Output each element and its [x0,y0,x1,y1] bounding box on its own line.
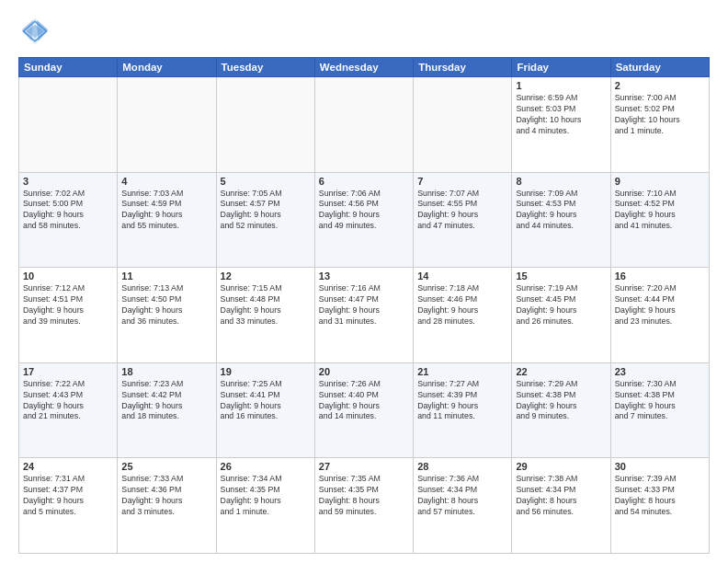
day-info: Sunrise: 7:34 AM Sunset: 4:35 PM Dayligh… [221,474,311,518]
day-number: 24 [23,461,113,472]
day-info: Sunrise: 7:19 AM Sunset: 4:45 PM Dayligh… [516,283,606,327]
day-number: 11 [121,270,211,282]
calendar-cell [19,77,118,173]
calendar-cell: 24Sunrise: 7:31 AM Sunset: 4:37 PM Dayli… [19,458,118,554]
day-number: 17 [23,366,113,377]
weekday-header-row: SundayMondayTuesdayWednesdayThursdayFrid… [19,58,710,77]
calendar-cell [414,77,512,173]
calendar-cell: 14Sunrise: 7:18 AM Sunset: 4:46 PM Dayli… [414,268,512,363]
calendar-cell [216,77,314,173]
day-info: Sunrise: 7:30 AM Sunset: 4:38 PM Dayligh… [615,379,705,423]
logo-icon [18,15,51,48]
day-info: Sunrise: 7:20 AM Sunset: 4:44 PM Dayligh… [615,283,705,327]
day-info: Sunrise: 7:07 AM Sunset: 4:55 PM Dayligh… [417,189,507,233]
day-info: Sunrise: 7:02 AM Sunset: 5:00 PM Dayligh… [23,189,113,233]
weekday-header-sunday: Sunday [19,58,118,77]
calendar-cell [118,77,216,173]
day-number: 26 [221,461,311,472]
day-number: 1 [516,80,606,91]
day-info: Sunrise: 7:15 AM Sunset: 4:48 PM Dayligh… [221,283,311,327]
day-number: 21 [417,366,507,377]
calendar-cell: 21Sunrise: 7:27 AM Sunset: 4:39 PM Dayli… [414,362,512,458]
day-info: Sunrise: 6:59 AM Sunset: 5:03 PM Dayligh… [516,93,606,137]
weekday-header-tuesday: Tuesday [216,58,314,77]
calendar-cell: 16Sunrise: 7:20 AM Sunset: 4:44 PM Dayli… [610,268,709,363]
day-info: Sunrise: 7:35 AM Sunset: 4:35 PM Dayligh… [319,474,409,518]
day-number: 12 [221,270,311,282]
calendar-cell: 6Sunrise: 7:06 AM Sunset: 4:56 PM Daylig… [314,172,413,268]
day-number: 22 [516,366,606,377]
calendar-cell: 5Sunrise: 7:05 AM Sunset: 4:57 PM Daylig… [216,172,314,268]
day-number: 16 [615,270,705,282]
calendar-cell: 22Sunrise: 7:29 AM Sunset: 4:38 PM Dayli… [512,362,610,458]
day-info: Sunrise: 7:25 AM Sunset: 4:41 PM Dayligh… [221,379,311,423]
day-number: 8 [516,176,606,187]
day-number: 20 [319,366,409,377]
calendar-cell [314,77,413,173]
day-number: 2 [615,80,705,91]
day-info: Sunrise: 7:33 AM Sunset: 4:36 PM Dayligh… [121,474,211,518]
day-info: Sunrise: 7:23 AM Sunset: 4:42 PM Dayligh… [121,379,211,423]
day-number: 30 [615,461,705,472]
calendar-cell: 28Sunrise: 7:36 AM Sunset: 4:34 PM Dayli… [414,458,512,554]
day-info: Sunrise: 7:16 AM Sunset: 4:47 PM Dayligh… [319,283,409,327]
day-info: Sunrise: 7:31 AM Sunset: 4:37 PM Dayligh… [23,474,113,518]
week-row-4: 17Sunrise: 7:22 AM Sunset: 4:43 PM Dayli… [19,362,710,458]
calendar-cell: 4Sunrise: 7:03 AM Sunset: 4:59 PM Daylig… [118,172,216,268]
day-number: 4 [121,176,211,187]
day-info: Sunrise: 7:10 AM Sunset: 4:52 PM Dayligh… [615,189,705,233]
day-number: 7 [417,176,507,187]
header [18,15,710,48]
day-number: 15 [516,270,606,282]
calendar-cell: 3Sunrise: 7:02 AM Sunset: 5:00 PM Daylig… [19,172,118,268]
calendar-cell: 27Sunrise: 7:35 AM Sunset: 4:35 PM Dayli… [314,458,413,554]
day-info: Sunrise: 7:27 AM Sunset: 4:39 PM Dayligh… [417,379,507,423]
calendar-cell: 12Sunrise: 7:15 AM Sunset: 4:48 PM Dayli… [216,268,314,363]
day-number: 13 [319,270,409,282]
day-number: 18 [121,366,211,377]
day-info: Sunrise: 7:00 AM Sunset: 5:02 PM Dayligh… [615,93,705,137]
day-info: Sunrise: 7:12 AM Sunset: 4:51 PM Dayligh… [23,283,113,327]
week-row-3: 10Sunrise: 7:12 AM Sunset: 4:51 PM Dayli… [19,268,710,363]
calendar-cell: 15Sunrise: 7:19 AM Sunset: 4:45 PM Dayli… [512,268,610,363]
calendar-cell: 17Sunrise: 7:22 AM Sunset: 4:43 PM Dayli… [19,362,118,458]
weekday-header-wednesday: Wednesday [314,58,413,77]
day-number: 27 [319,461,409,472]
day-info: Sunrise: 7:26 AM Sunset: 4:40 PM Dayligh… [319,379,409,423]
calendar-cell: 9Sunrise: 7:10 AM Sunset: 4:52 PM Daylig… [610,172,709,268]
weekday-header-monday: Monday [118,58,216,77]
day-info: Sunrise: 7:38 AM Sunset: 4:34 PM Dayligh… [516,474,606,518]
week-row-5: 24Sunrise: 7:31 AM Sunset: 4:37 PM Dayli… [19,458,710,554]
calendar-cell: 1Sunrise: 6:59 AM Sunset: 5:03 PM Daylig… [512,77,610,173]
day-number: 19 [221,366,311,377]
calendar-cell: 25Sunrise: 7:33 AM Sunset: 4:36 PM Dayli… [118,458,216,554]
calendar-cell: 30Sunrise: 7:39 AM Sunset: 4:33 PM Dayli… [610,458,709,554]
day-info: Sunrise: 7:36 AM Sunset: 4:34 PM Dayligh… [417,474,507,518]
calendar-cell: 10Sunrise: 7:12 AM Sunset: 4:51 PM Dayli… [19,268,118,363]
day-info: Sunrise: 7:09 AM Sunset: 4:53 PM Dayligh… [516,189,606,233]
day-info: Sunrise: 7:05 AM Sunset: 4:57 PM Dayligh… [221,189,311,233]
day-number: 3 [23,176,113,187]
day-info: Sunrise: 7:03 AM Sunset: 4:59 PM Dayligh… [121,189,211,233]
calendar: SundayMondayTuesdayWednesdayThursdayFrid… [18,57,710,554]
calendar-cell: 8Sunrise: 7:09 AM Sunset: 4:53 PM Daylig… [512,172,610,268]
calendar-cell: 26Sunrise: 7:34 AM Sunset: 4:35 PM Dayli… [216,458,314,554]
calendar-cell: 19Sunrise: 7:25 AM Sunset: 4:41 PM Dayli… [216,362,314,458]
day-number: 28 [417,461,507,472]
day-info: Sunrise: 7:29 AM Sunset: 4:38 PM Dayligh… [516,379,606,423]
calendar-cell: 2Sunrise: 7:00 AM Sunset: 5:02 PM Daylig… [610,77,709,173]
calendar-cell: 23Sunrise: 7:30 AM Sunset: 4:38 PM Dayli… [610,362,709,458]
week-row-1: 1Sunrise: 6:59 AM Sunset: 5:03 PM Daylig… [19,77,710,173]
day-number: 6 [319,176,409,187]
day-number: 23 [615,366,705,377]
day-number: 14 [417,270,507,282]
weekday-header-thursday: Thursday [414,58,512,77]
calendar-cell: 7Sunrise: 7:07 AM Sunset: 4:55 PM Daylig… [414,172,512,268]
day-number: 5 [221,176,311,187]
calendar-cell: 20Sunrise: 7:26 AM Sunset: 4:40 PM Dayli… [314,362,413,458]
day-info: Sunrise: 7:13 AM Sunset: 4:50 PM Dayligh… [121,283,211,327]
day-number: 25 [121,461,211,472]
day-info: Sunrise: 7:39 AM Sunset: 4:33 PM Dayligh… [615,474,705,518]
day-number: 9 [615,176,705,187]
calendar-cell: 13Sunrise: 7:16 AM Sunset: 4:47 PM Dayli… [314,268,413,363]
